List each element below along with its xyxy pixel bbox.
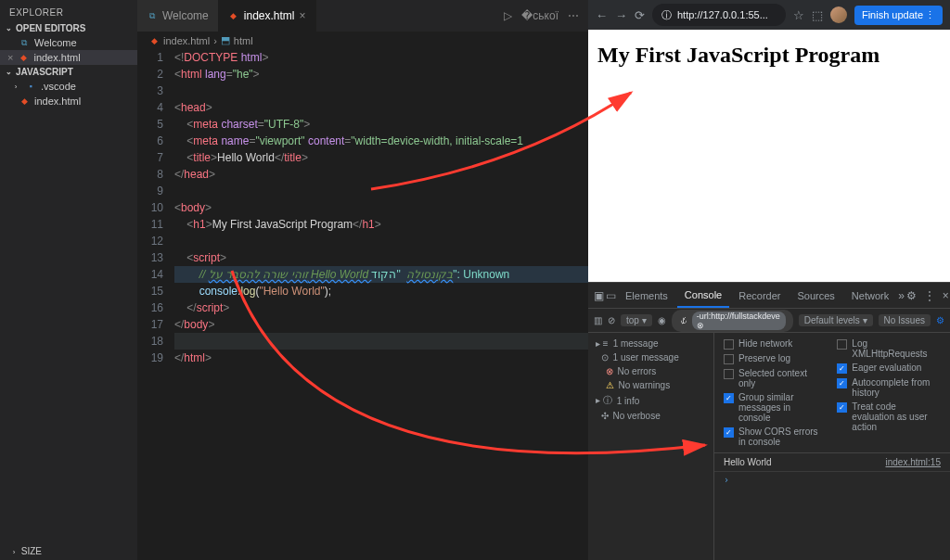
- extension-icon[interactable]: ⬚: [812, 8, 823, 22]
- back-icon[interactable]: ←: [596, 8, 608, 22]
- filter-input[interactable]: ⫝̸-url:http://fullstackdeve ⊗: [672, 310, 793, 332]
- tab-console[interactable]: Console: [677, 283, 729, 308]
- chk-eager[interactable]: ✓Eager evaluation: [837, 363, 941, 374]
- vscode-icon: ⧉: [19, 37, 30, 48]
- console-sidebar: ▸ ≡ 1 message ⊙ 1 user message ⊗ No erro…: [588, 333, 714, 560]
- error-count[interactable]: ⊗ No errors: [588, 364, 713, 378]
- vscode-window: EXPLORER ⌄OPEN EDITORS ⧉Welcome ×◆index.…: [0, 0, 588, 560]
- html-icon: ◆: [228, 10, 239, 21]
- console-prompt[interactable]: ›: [714, 472, 950, 488]
- tab-elements[interactable]: Elements: [618, 283, 675, 308]
- console-message: Hello World: [724, 457, 772, 467]
- forward-icon[interactable]: →: [615, 8, 627, 22]
- more-icon[interactable]: ⋯: [568, 9, 579, 22]
- device-icon[interactable]: ▭: [606, 289, 616, 302]
- breadcrumb[interactable]: ◆index.html › ⬒ html: [137, 32, 588, 49]
- folder-vscode[interactable]: ›▪.vscode: [0, 79, 137, 94]
- browser-toolbar: ← → ⟳ ⓘ http://127.0.0.1:55... ☆ ⬚ Finis…: [588, 0, 950, 30]
- chk-group-similar[interactable]: ✓Group similar messages in console: [724, 392, 824, 423]
- open-editor-index[interactable]: ×◆index.html: [0, 50, 137, 65]
- console-main: Hide network Preserve log Selected conte…: [714, 333, 950, 560]
- devtools-tabs: ▣ ▭ Elements Console Recorder Sources Ne…: [588, 283, 950, 309]
- chk-treat-eval[interactable]: ✓Treat code evaluation as user action: [837, 401, 941, 432]
- verbose-count[interactable]: ✣ No verbose: [588, 409, 713, 423]
- avatar[interactable]: [830, 6, 847, 23]
- vscode-icon: ⧉: [147, 10, 158, 21]
- devtools: ▣ ▭ Elements Console Recorder Sources Ne…: [588, 282, 950, 560]
- levels-selector[interactable]: Default levels ▾: [799, 314, 873, 326]
- code-editor[interactable]: 12345678910111213141516171819 <!DOCTYPE …: [137, 49, 588, 366]
- tab-network[interactable]: Network: [844, 283, 896, 308]
- warn-count[interactable]: ⚠ No warnings: [588, 378, 713, 392]
- inspect-icon[interactable]: ▣: [594, 289, 604, 302]
- browser-window: ← → ⟳ ⓘ http://127.0.0.1:55... ☆ ⬚ Finis…: [588, 0, 950, 560]
- size-section[interactable]: › SIZE: [0, 542, 137, 560]
- issues-badge[interactable]: No Issues: [879, 314, 931, 326]
- editor-area: ⧉Welcome ◆index.html× ▷ �ської ⋯ ◆index.…: [137, 0, 588, 560]
- chk-selected-context[interactable]: Selected context only: [724, 368, 824, 388]
- sidebar-toggle-icon[interactable]: ▥: [594, 315, 602, 325]
- split-icon[interactable]: �ської: [521, 9, 558, 22]
- tab-recorder[interactable]: Recorder: [731, 283, 788, 308]
- run-icon[interactable]: ▷: [504, 9, 512, 22]
- line-gutter: 12345678910111213141516171819: [137, 49, 174, 366]
- chk-autocomplete[interactable]: ✓Autocomplete from history: [837, 377, 941, 398]
- chk-cors[interactable]: ✓Show CORS errors in console: [724, 426, 824, 447]
- msg-count[interactable]: ▸ ≡ 1 message: [588, 337, 713, 350]
- info-icon[interactable]: ⓘ: [661, 8, 672, 22]
- open-editors-header[interactable]: ⌄OPEN EDITORS: [0, 21, 137, 35]
- project-header[interactable]: ⌄JAVASCRIPT: [0, 65, 137, 79]
- more-tabs-icon[interactable]: »: [898, 289, 905, 302]
- source-link[interactable]: index.html:15: [886, 457, 941, 467]
- info-count[interactable]: ▸ ⓘ 1 info: [588, 392, 713, 409]
- context-selector[interactable]: top ▾: [621, 314, 652, 326]
- console-output-row[interactable]: Hello World index.html:15: [714, 453, 950, 472]
- html-icon: ◆: [148, 35, 160, 46]
- file-index[interactable]: ◆index.html: [0, 94, 137, 108]
- chk-hide-network[interactable]: Hide network: [724, 338, 824, 350]
- url-bar[interactable]: ⓘ http://127.0.0.1:55...: [652, 4, 786, 26]
- url-text: http://127.0.0.1:55...: [677, 9, 768, 20]
- chk-preserve-log[interactable]: Preserve log: [724, 353, 824, 364]
- user-msg-count[interactable]: ⊙ 1 user message: [588, 350, 713, 364]
- explorer-title: EXPLORER: [0, 4, 137, 21]
- editor-tabs: ⧉Welcome ◆index.html× ▷ �ської ⋯: [137, 0, 588, 32]
- finish-update-button[interactable]: Finish update ⋮: [854, 6, 943, 25]
- star-icon[interactable]: ☆: [793, 8, 804, 22]
- clear-icon[interactable]: ⊘: [608, 315, 615, 325]
- close-icon[interactable]: ×: [943, 289, 949, 302]
- chk-log-xhr[interactable]: Log XMLHttpRequests: [837, 338, 941, 359]
- close-icon[interactable]: ×: [300, 9, 306, 22]
- eye-icon[interactable]: ◉: [658, 315, 666, 325]
- reload-icon[interactable]: ⟳: [635, 8, 645, 22]
- open-editor-welcome[interactable]: ⧉Welcome: [0, 35, 137, 50]
- browser-page: My First JavaScript Program: [588, 30, 950, 282]
- console-settings-icon[interactable]: ⚙: [936, 315, 944, 325]
- html-icon: ◆: [19, 95, 30, 107]
- element-icon: ⬒: [221, 34, 230, 46]
- tab-sources[interactable]: Sources: [790, 283, 841, 308]
- menu-icon[interactable]: ⋮: [924, 289, 935, 302]
- settings-icon[interactable]: ⚙: [906, 289, 917, 302]
- code-lines[interactable]: <!DOCTYPE html> <html lang="he"> <head> …: [174, 49, 588, 366]
- explorer-panel: EXPLORER ⌄OPEN EDITORS ⧉Welcome ×◆index.…: [0, 0, 137, 560]
- console-filter-bar: ▥ ⊘ top ▾ ◉ ⫝̸-url:http://fullstackdeve …: [588, 309, 950, 333]
- tab-index[interactable]: ◆index.html×: [219, 0, 316, 32]
- folder-icon: ▪: [25, 81, 36, 92]
- page-heading: My First JavaScript Program: [597, 43, 941, 68]
- tab-welcome[interactable]: ⧉Welcome: [137, 0, 219, 32]
- html-icon: ◆: [18, 52, 29, 63]
